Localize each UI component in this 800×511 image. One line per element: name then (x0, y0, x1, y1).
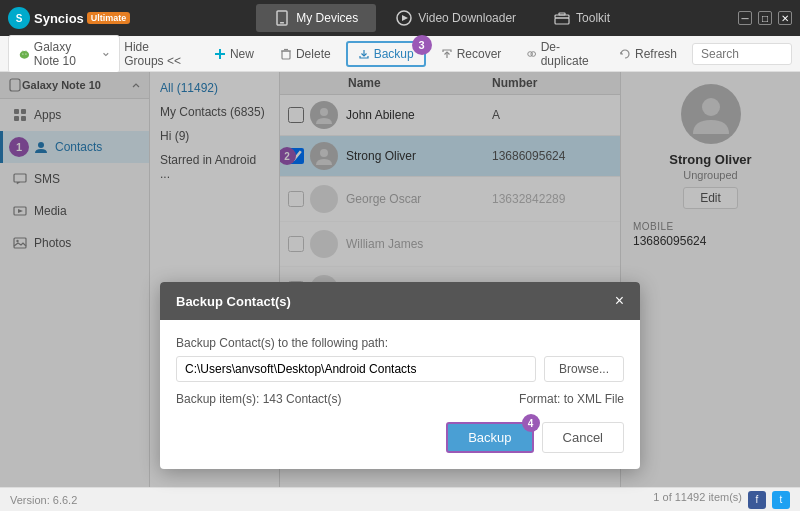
search-input[interactable] (692, 43, 792, 65)
format-info: Format: to XML File (519, 392, 624, 406)
recover-icon (441, 48, 453, 60)
new-label: New (230, 47, 254, 61)
status-bar: Version: 6.6.2 1 of 11492 item(s) f t (0, 487, 800, 511)
svg-rect-6 (555, 18, 569, 24)
device-name: Galaxy Note 10 (34, 40, 98, 68)
modal-overlay: Backup Contact(s) × Backup Contact(s) to… (0, 72, 800, 487)
version-label: Version: 6.6.2 (10, 494, 77, 506)
svg-rect-5 (559, 13, 565, 15)
backup-modal: Backup Contact(s) × Backup Contact(s) to… (160, 282, 640, 469)
svg-rect-17 (282, 51, 290, 59)
window-controls: ─ □ ✕ (738, 11, 792, 25)
trash-icon (280, 48, 292, 60)
modal-body: Backup Contact(s) to the following path:… (160, 320, 640, 469)
svg-rect-9 (27, 54, 29, 57)
modal-path-label: Backup Contact(s) to the following path: (176, 336, 624, 350)
tab-video-downloader-label: Video Downloader (418, 11, 516, 25)
nav-tabs: My Devices Video Downloader Toolkit (146, 4, 738, 32)
logo-icon: S (8, 7, 30, 29)
recover-label: Recover (457, 47, 502, 61)
modal-close-button[interactable]: × (615, 292, 624, 310)
chevron-icon (102, 49, 110, 59)
modal-title: Backup Contact(s) (176, 294, 291, 309)
device-selector[interactable]: Galaxy Note 10 (8, 35, 120, 73)
svg-point-12 (25, 53, 26, 54)
modal-backup-label: Backup (468, 430, 511, 445)
browse-button[interactable]: Browse... (544, 356, 624, 382)
close-button[interactable]: ✕ (778, 11, 792, 25)
dedup-icon (527, 48, 536, 60)
maximize-button[interactable]: □ (758, 11, 772, 25)
svg-marker-3 (402, 15, 408, 21)
deduplicate-button[interactable]: De-duplicate (516, 35, 604, 73)
twitter-icon[interactable]: t (772, 491, 790, 509)
badge-3: 3 (412, 35, 432, 55)
item-count: 1 of 11492 item(s) (653, 491, 742, 509)
svg-rect-1 (280, 22, 284, 24)
svg-point-23 (531, 51, 536, 56)
facebook-icon[interactable]: f (748, 491, 766, 509)
backup-icon (358, 48, 370, 60)
modal-cancel-button[interactable]: Cancel (542, 422, 624, 453)
plus-icon (214, 48, 226, 60)
minimize-button[interactable]: ─ (738, 11, 752, 25)
delete-button[interactable]: Delete (269, 42, 342, 66)
toolkit-icon (554, 10, 570, 26)
backup-items-info: Backup item(s): 143 Contact(s) (176, 392, 341, 406)
backup-label: Backup (374, 47, 414, 61)
refresh-button[interactable]: Refresh (608, 42, 688, 66)
modal-path-row: Browse... (176, 356, 624, 382)
modal-path-input[interactable] (176, 356, 536, 382)
app-name: Syncios (34, 11, 84, 26)
tab-video-downloader[interactable]: Video Downloader (378, 4, 534, 32)
modal-info-row: Backup item(s): 143 Contact(s) Format: t… (176, 392, 624, 406)
tab-my-devices[interactable]: My Devices (256, 4, 376, 32)
svg-rect-8 (21, 54, 23, 57)
refresh-icon (619, 48, 631, 60)
backup-button[interactable]: Backup 3 (346, 41, 426, 67)
recover-button[interactable]: Recover (430, 42, 513, 66)
refresh-label: Refresh (635, 47, 677, 61)
top-bar: S Syncios Ultimate My Devices Video Down… (0, 0, 800, 36)
delete-label: Delete (296, 47, 331, 61)
svg-point-11 (22, 53, 23, 54)
android-icon (19, 47, 30, 61)
modal-actions: Backup 4 Cancel (176, 422, 624, 453)
app-badge: Ultimate (87, 12, 131, 24)
deduplicate-label: De-duplicate (541, 40, 593, 68)
tab-toolkit[interactable]: Toolkit (536, 4, 628, 32)
phone-icon (274, 10, 290, 26)
modal-header: Backup Contact(s) × (160, 282, 640, 320)
new-button[interactable]: New (203, 42, 265, 66)
play-icon (396, 10, 412, 26)
badge-4: 4 (522, 414, 540, 432)
app-logo: S Syncios Ultimate (8, 7, 130, 29)
hide-groups-button[interactable]: Hide Groups << (124, 40, 191, 68)
main-toolbar: Galaxy Note 10 Hide Groups << New Delete… (0, 36, 800, 72)
modal-backup-button[interactable]: Backup 4 (446, 422, 533, 453)
status-right: 1 of 11492 item(s) f t (653, 491, 790, 509)
tab-my-devices-label: My Devices (296, 11, 358, 25)
tab-toolkit-label: Toolkit (576, 11, 610, 25)
